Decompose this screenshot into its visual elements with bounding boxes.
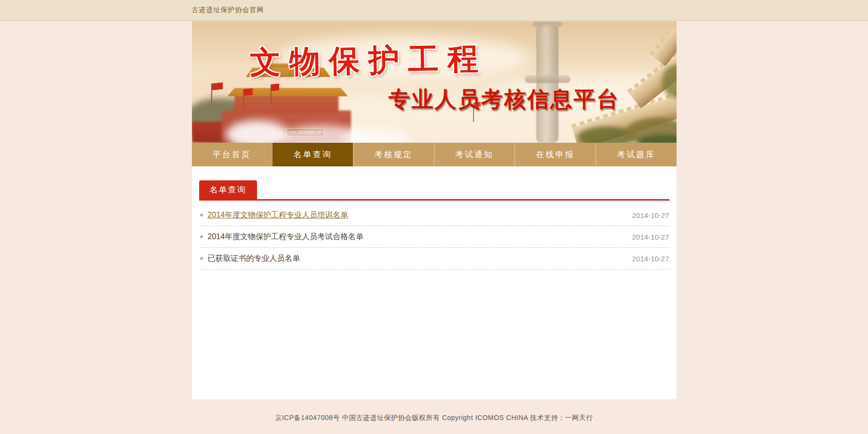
tiananmen-gate [234, 95, 339, 114]
news-date: 2014-10-27 [632, 233, 669, 241]
bullet-icon [200, 235, 203, 238]
nav-item-platform-home[interactable]: 平台首页 [192, 143, 272, 166]
news-link-certified-list[interactable]: 已获取证书的专业人员名单 [208, 254, 300, 264]
top-utility-bar: 古迹遗址保护协会官网 [0, 0, 868, 21]
list-item: 2014年度文物保护工程专业人员培训名单 2014-10-27 [199, 204, 669, 226]
nav-item-assessment-rules[interactable]: 考核规定 [353, 143, 434, 166]
nav-item-exam-notice[interactable]: 考试通知 [434, 143, 515, 166]
red-flag [244, 88, 253, 96]
tab-list-query[interactable]: 名单查询 [199, 180, 257, 199]
marble-pillar [536, 25, 558, 143]
nav-item-list-query[interactable]: 名单查询 [272, 143, 353, 166]
association-site-link[interactable]: 古迹遗址保护协会官网 [192, 6, 264, 14]
news-date: 2014-10-27 [632, 211, 669, 219]
bullet-icon [200, 214, 203, 217]
list-item: 2014年度文物保护工程专业人员考试合格名单 2014-10-27 [199, 226, 669, 248]
content-panel: 名单查询 2014年度文物保护工程专业人员培训名单 2014-10-27 201… [192, 166, 677, 399]
marble-pillar [525, 75, 570, 83]
banner-title: 文物保护工程 [249, 38, 487, 84]
page: 古迹遗址保护协会官网 中华人民共和国万岁 [0, 0, 868, 434]
header-banner: 中华人民共和国万岁 文物保护工程 专业人员考核信息平台 [192, 21, 677, 143]
news-link-training-list[interactable]: 2014年度文物保护工程专业人员培训名单 [208, 210, 349, 220]
banner-subtitle: 专业人员考核信息平台 [389, 85, 620, 114]
news-list: 2014年度文物保护工程专业人员培训名单 2014-10-27 2014年度文物… [199, 204, 669, 270]
main-nav: 平台首页 名单查询 考核规定 考试通知 在线申报 考试题库 [192, 143, 677, 166]
section-tab-row: 名单查询 [199, 166, 669, 201]
news-date: 2014-10-27 [632, 255, 669, 263]
nav-item-exam-bank[interactable]: 考试题库 [596, 143, 677, 166]
red-flag [271, 83, 279, 91]
news-link-exam-pass-list[interactable]: 2014年度文物保护工程专业人员考试合格名单 [208, 232, 364, 242]
nav-item-online-application[interactable]: 在线申报 [515, 143, 596, 166]
red-flag [212, 82, 223, 90]
page-footer: 京ICP备14047008号 中国古迹遗址保护协会版权所有 Copyright … [192, 399, 677, 422]
footer-copyright-text: 京ICP备14047008号 中国古迹遗址保护协会版权所有 Copyright … [275, 414, 593, 421]
list-item: 已获取证书的专业人员名单 2014-10-27 [199, 248, 669, 270]
bullet-icon [200, 257, 203, 260]
